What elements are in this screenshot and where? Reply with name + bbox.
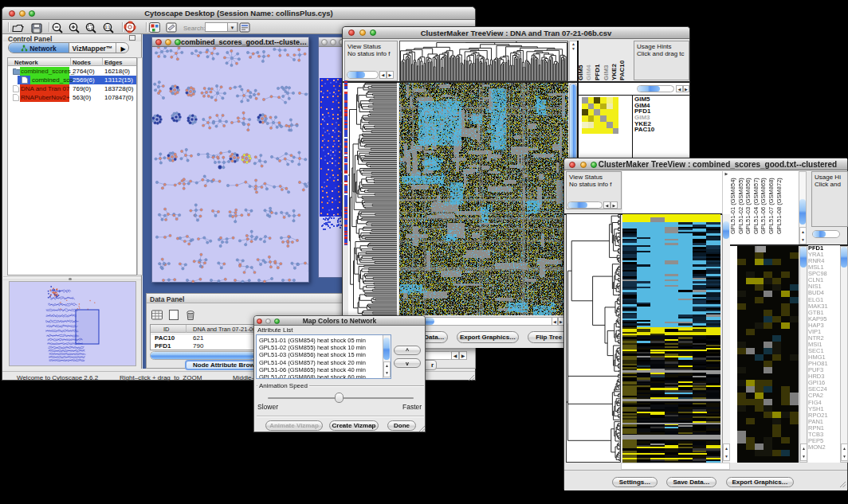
svg-text:1:1: 1:1	[105, 25, 111, 29]
